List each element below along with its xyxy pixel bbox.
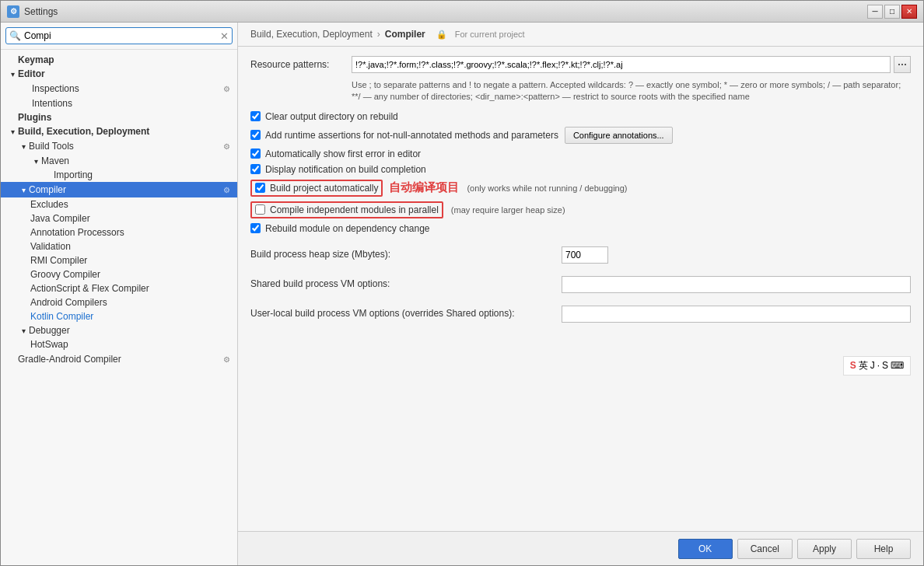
sidebar-item-debugger[interactable]: ▾ Debugger <box>1 323 237 337</box>
bottom-bar: OK Cancel Apply Help <box>238 531 923 565</box>
sidebar-item-label: Android Compilers <box>30 297 233 308</box>
arrow-icon: ▾ <box>7 70 18 79</box>
sidebar-item-label: Kotlin Compiler <box>30 311 233 322</box>
breadcrumb: Build, Execution, Deployment <box>250 29 373 40</box>
sidebar-item-groovy-compiler[interactable]: Groovy Compiler <box>1 267 237 281</box>
resource-patterns-row: Resource patterns: ⋯ <box>250 56 911 73</box>
show-first-error-checkbox[interactable] <box>250 148 261 159</box>
compile-parallel-note: (may require larger heap size) <box>451 205 565 215</box>
sidebar-item-hotswap[interactable]: HotSwap <box>1 337 237 351</box>
configure-annotations-button[interactable]: Configure annotations... <box>565 127 673 144</box>
search-input[interactable] <box>21 28 220 44</box>
compile-parallel-label: Compile independent modules in parallel <box>270 204 439 215</box>
resource-patterns-label: Resource patterns: <box>250 59 352 70</box>
sidebar-item-editor[interactable]: ▾ Editor <box>1 67 237 81</box>
heap-size-input[interactable] <box>562 246 608 264</box>
sidebar-item-build-tools[interactable]: ▾ Build Tools ⚙ <box>1 138 237 154</box>
sidebar-item-importing[interactable]: Importing <box>1 168 237 182</box>
display-notification-label: Display notification on build completion <box>265 164 426 175</box>
heap-size-row: Build process heap size (Mbytes): <box>250 246 911 264</box>
search-icon: 🔍 <box>9 30 21 41</box>
shared-vm-label: Shared build process VM options: <box>250 276 562 289</box>
display-notification-checkbox[interactable] <box>250 164 261 174</box>
sidebar-item-annotation-processors[interactable]: Annotation Processors <box>1 225 237 239</box>
user-vm-input[interactable] <box>562 306 911 323</box>
add-runtime-label: Add runtime assertions for not-null-anno… <box>265 130 558 141</box>
sidebar-item-validation[interactable]: Validation <box>1 239 237 253</box>
arrow-icon: ▾ <box>18 327 29 335</box>
window-icon: ⚙ <box>7 5 19 18</box>
tree-container: Keymap ▾ Editor Inspections ⚙ Intentions <box>1 50 237 565</box>
checkbox-clear-output: Clear output directory on rebuild <box>250 111 911 122</box>
for-project-label: For current project <box>455 30 525 39</box>
sidebar-item-build-execution[interactable]: ▾ Build, Execution, Deployment <box>1 124 237 138</box>
sidebar-item-label: Inspections <box>32 83 220 94</box>
build-auto-note: (only works while not running / debuggin… <box>467 183 627 193</box>
sidebar-item-label: Build, Execution, Deployment <box>18 126 233 137</box>
sidebar-item-label: Keymap <box>18 54 233 65</box>
shared-vm-input[interactable] <box>562 276 911 293</box>
sidebar-item-kotlin-compiler[interactable]: Kotlin Compiler <box>1 309 237 323</box>
compile-parallel-checkbox[interactable] <box>255 204 265 215</box>
main-content: 🔍 ✕ Keymap ▾ Editor <box>1 23 923 565</box>
settings-icon: ⚙ <box>220 353 233 365</box>
sidebar-item-inspections[interactable]: Inspections ⚙ <box>1 81 237 96</box>
clear-output-label: Clear output directory on rebuild <box>265 111 398 122</box>
settings-icon: ⚙ <box>220 140 233 152</box>
add-runtime-checkbox[interactable] <box>250 130 261 140</box>
sidebar-item-plugins[interactable]: Plugins <box>1 110 237 124</box>
sidebar-item-actionscript-flex[interactable]: ActionScript & Flex Compiler <box>1 281 237 295</box>
build-auto-highlighted: Build project automatically <box>250 180 383 197</box>
resource-input-wrap: ⋯ <box>352 56 911 73</box>
minimize-button[interactable]: ─ <box>867 5 883 19</box>
arrow-icon: ▾ <box>30 157 41 166</box>
ime-moon: J <box>870 360 875 371</box>
checkbox-build-auto: Build project automatically 自动编译项目 (only… <box>250 180 911 197</box>
search-clear-icon[interactable]: ✕ <box>220 31 229 41</box>
sidebar-item-label: Groovy Compiler <box>30 269 233 280</box>
close-button[interactable]: ✕ <box>901 5 917 19</box>
ime-dot: · <box>877 360 880 371</box>
sidebar-item-label: Compiler <box>29 184 220 195</box>
arrow-icon: ▾ <box>18 142 29 151</box>
maximize-button[interactable]: □ <box>884 5 900 19</box>
resource-patterns-input[interactable] <box>352 56 891 73</box>
settings-window: ⚙ Settings ─ □ ✕ 🔍 ✕ Keymap <box>0 0 924 566</box>
ok-button[interactable]: OK <box>678 539 733 559</box>
apply-button[interactable]: Apply <box>797 539 852 559</box>
hint-text: Use ; to separate patterns and ! to nega… <box>352 79 911 103</box>
resource-patterns-browse-button[interactable]: ⋯ <box>894 56 911 73</box>
build-auto-label: Build project automatically <box>270 183 378 194</box>
search-input-wrap: 🔍 ✕ <box>5 27 233 44</box>
clear-output-checkbox[interactable] <box>250 111 261 121</box>
sidebar-item-label: RMI Compiler <box>30 255 233 266</box>
sidebar-item-gradle-android[interactable]: Gradle-Android Compiler ⚙ <box>1 351 237 367</box>
build-auto-checkbox[interactable] <box>255 183 265 193</box>
lock-icon: 🔒 <box>436 30 447 40</box>
sidebar-item-java-compiler[interactable]: Java Compiler <box>1 211 237 225</box>
sidebar-item-intentions[interactable]: Intentions <box>1 96 237 110</box>
sidebar-item-rmi-compiler[interactable]: RMI Compiler <box>1 253 237 267</box>
title-bar: ⚙ Settings ─ □ ✕ <box>1 1 923 23</box>
content-header: Build, Execution, Deployment › Compiler … <box>238 23 923 47</box>
sidebar-item-label: Validation <box>30 241 233 252</box>
sidebar-item-label: Maven <box>41 155 233 166</box>
sidebar-item-keymap[interactable]: Keymap <box>1 53 237 67</box>
sidebar-item-android-compilers[interactable]: Android Compilers <box>1 295 237 309</box>
breadcrumb-separator: › <box>377 29 380 40</box>
ime-key: S <box>882 360 888 371</box>
ime-logo: S <box>850 360 856 371</box>
help-button[interactable]: Help <box>856 539 911 559</box>
checkbox-display-notification: Display notification on build completion <box>250 164 911 175</box>
sidebar-item-excludes[interactable]: Excludes <box>1 197 237 211</box>
compile-parallel-highlighted: Compile independent modules in parallel <box>250 201 443 218</box>
arrow-icon: ▾ <box>18 186 29 194</box>
cancel-button[interactable]: Cancel <box>737 539 793 559</box>
sidebar-item-label: ActionScript & Flex Compiler <box>30 283 233 294</box>
sidebar-item-maven[interactable]: ▾ Maven <box>1 154 237 168</box>
sidebar-item-label: Intentions <box>32 98 233 109</box>
rebuild-module-checkbox[interactable] <box>250 223 261 233</box>
sidebar-item-compiler[interactable]: ▾ Compiler ⚙ <box>1 182 237 197</box>
ime-bar: S 英 J · S ⌨ <box>843 356 911 376</box>
search-box-wrap: 🔍 ✕ <box>1 23 237 50</box>
